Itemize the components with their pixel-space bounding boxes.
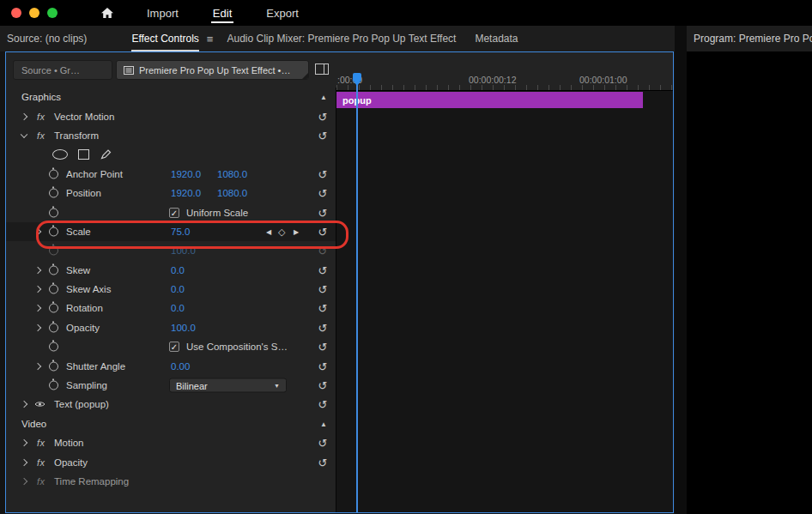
menu-edit[interactable]: Edit (211, 3, 233, 23)
stopwatch-icon[interactable] (49, 361, 58, 371)
scale-value[interactable]: 75.0 (171, 227, 190, 237)
param-row-use-composition[interactable]: ✓ Use Composition's S… ↺ (6, 337, 336, 356)
uniform-scale-checkbox[interactable]: ✓ (169, 208, 179, 218)
close-window-button[interactable] (11, 8, 21, 18)
value-y[interactable]: 1080.0 (217, 169, 247, 179)
menu-export[interactable]: Export (264, 3, 300, 23)
minimize-window-button[interactable] (29, 8, 39, 18)
tab-effect-controls[interactable]: Effect Controls (131, 26, 198, 51)
param-row-sampling[interactable]: Sampling Bilinear ▼ ↺ (6, 376, 336, 395)
zoom-window-button[interactable] (47, 8, 58, 18)
timeline-ruler[interactable]: :00:00 00:00:00:12 00:00:01:00 (336, 75, 673, 85)
home-icon[interactable] (100, 7, 114, 19)
master-clip-button[interactable]: Premiere Pro Pop Up Text Effect •… (116, 60, 309, 80)
stopwatch-icon[interactable] (49, 227, 58, 236)
reset-icon[interactable]: ↺ (315, 167, 330, 180)
reset-icon[interactable]: ↺ (315, 456, 330, 469)
use-composition-checkbox[interactable]: ✓ (169, 342, 179, 352)
chevron-right-icon[interactable] (21, 439, 27, 446)
reset-icon[interactable]: ↺ (315, 225, 330, 238)
effect-row-text-popup[interactable]: Text (popup) ↺ (6, 395, 336, 414)
value-x[interactable]: 1920.0 (171, 169, 201, 179)
param-row-rotation[interactable]: Rotation 0.0 ↺ (6, 299, 336, 317)
stopwatch-icon[interactable] (49, 285, 58, 294)
section-header-graphics[interactable]: Graphics ▲ (6, 88, 336, 106)
reset-icon[interactable]: ↺ (315, 398, 330, 411)
param-row-opacity[interactable]: Opacity 100.0 ↺ (6, 318, 336, 337)
reset-icon[interactable]: ↺ (315, 206, 330, 219)
stopwatch-icon[interactable] (49, 342, 58, 352)
collapse-triangle-icon[interactable]: ▲ (320, 420, 327, 427)
stopwatch-icon[interactable] (49, 189, 58, 198)
param-row-uniform-scale[interactable]: ✓ Uniform Scale ↺ (6, 203, 336, 221)
pen-mask-icon[interactable] (100, 149, 112, 160)
chevron-right-icon[interactable] (21, 458, 27, 465)
reset-icon[interactable]: ↺ (315, 360, 330, 372)
param-value[interactable]: 0.00 (171, 361, 190, 372)
playhead-line[interactable] (356, 75, 358, 512)
reset-icon[interactable]: ↺ (315, 302, 330, 315)
stopwatch-icon[interactable] (49, 381, 58, 390)
reset-icon[interactable]: ↺ (315, 187, 330, 200)
section-header-video[interactable]: Video ▲ (6, 414, 336, 433)
sampling-dropdown[interactable]: Bilinear ▼ (169, 378, 287, 393)
param-value[interactable]: 0.0 (171, 303, 185, 313)
param-row-skew[interactable]: Skew 0.0 ↺ (6, 261, 336, 280)
clip-bar-popup[interactable]: popup (336, 92, 643, 108)
reset-icon[interactable]: ↺ (315, 110, 330, 123)
reset-icon[interactable]: ↺ (315, 341, 330, 354)
value-y[interactable]: 1080.0 (217, 188, 247, 198)
stopwatch-icon[interactable] (49, 323, 58, 332)
param-row-shutter-angle[interactable]: Shutter Angle 0.00 ↺ (6, 356, 336, 375)
panel-split-icon[interactable] (315, 63, 329, 75)
param-value[interactable]: 0.0 (171, 265, 185, 275)
param-row-position[interactable]: Position 1920.0 1080.0 ↺ (6, 184, 336, 203)
ellipse-mask-icon[interactable] (52, 149, 68, 160)
chevron-right-icon[interactable] (21, 112, 27, 119)
menu-import[interactable]: Import (145, 3, 180, 23)
reset-icon[interactable]: ↺ (315, 129, 330, 142)
previous-keyframe-icon[interactable]: ◀ (266, 227, 271, 235)
effect-row-motion[interactable]: fx Motion ↺ (6, 433, 336, 452)
stopwatch-icon[interactable] (49, 265, 58, 275)
chevron-right-icon[interactable] (21, 478, 27, 485)
reset-icon[interactable]: ↺ (315, 437, 330, 450)
tab-source[interactable]: Source: (no clips) (7, 26, 87, 51)
chevron-right-icon[interactable] (34, 305, 41, 311)
stopwatch-icon[interactable] (49, 169, 58, 178)
chevron-right-icon[interactable] (34, 266, 41, 273)
effect-row-opacity[interactable]: fx Opacity ↺ (6, 452, 336, 471)
reset-icon[interactable]: ↺ (315, 379, 330, 392)
param-row-skew-axis[interactable]: Skew Axis 0.0 ↺ (6, 280, 336, 299)
chevron-right-icon[interactable] (34, 286, 41, 293)
panel-menu-icon[interactable]: ≡ (207, 33, 214, 45)
effect-row-transform[interactable]: fx Transform ↺ (6, 126, 336, 145)
rect-mask-icon[interactable] (78, 149, 89, 160)
chevron-down-icon[interactable] (21, 131, 27, 138)
chevron-right-icon[interactable] (34, 324, 41, 331)
eye-visibility-icon[interactable] (34, 401, 45, 408)
collapse-triangle-icon[interactable]: ▲ (320, 94, 327, 101)
reset-icon[interactable]: ↺ (315, 263, 330, 276)
param-value[interactable]: 100.0 (171, 323, 196, 333)
reset-icon[interactable]: ↺ (315, 283, 330, 296)
add-keyframe-icon[interactable]: ◇ (278, 226, 285, 237)
tab-program-monitor[interactable]: Program: Premiere Pro Pop (694, 26, 812, 51)
effect-row-time-remapping[interactable]: fx Time Remapping (6, 472, 336, 491)
param-row-anchor-point[interactable]: Anchor Point 1920.0 1080.0 ↺ (6, 165, 336, 184)
chevron-right-icon[interactable] (34, 228, 41, 235)
chevron-right-icon[interactable] (34, 362, 41, 369)
value-x[interactable]: 1920.0 (171, 188, 201, 198)
next-keyframe-icon[interactable]: ▶ (294, 227, 299, 235)
effect-controls-timeline[interactable]: :00:00 00:00:00:12 00:00:01:00 popup (336, 52, 673, 512)
tab-audio-clip-mixer[interactable]: Audio Clip Mixer: Premiere Pro Pop Up Te… (227, 26, 456, 51)
param-row-scale[interactable]: Scale 75.0 ◀ ◇ ▶ ↺ (6, 222, 336, 241)
tab-metadata[interactable]: Metadata (475, 26, 518, 51)
source-clip-button[interactable]: Source • Gr… (13, 60, 112, 80)
stopwatch-icon[interactable] (49, 304, 58, 313)
playhead-handle[interactable] (353, 73, 361, 82)
effect-row-vector-motion[interactable]: fx Vector Motion ↺ (6, 106, 336, 125)
chevron-right-icon[interactable] (21, 401, 27, 408)
param-value[interactable]: 0.0 (171, 284, 185, 294)
stopwatch-icon[interactable] (49, 208, 58, 217)
